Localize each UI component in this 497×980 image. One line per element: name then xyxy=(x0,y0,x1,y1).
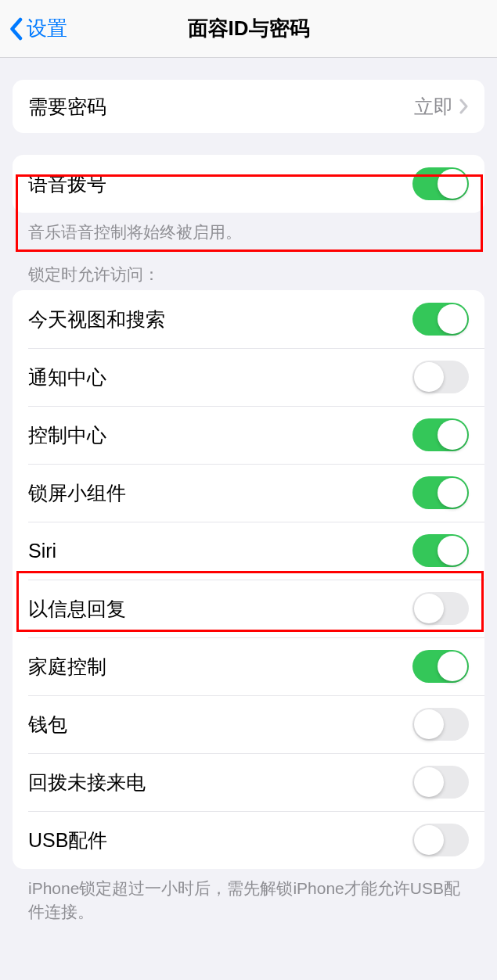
back-button[interactable]: 设置 xyxy=(8,15,67,42)
allow-access-label: 以信息回复 xyxy=(28,596,126,622)
row-right: 立即 xyxy=(414,94,469,120)
allow-access-toggle[interactable] xyxy=(412,592,469,625)
page-title: 面容ID与密码 xyxy=(188,15,310,42)
toggle-knob xyxy=(414,362,444,392)
allow-access-row: 家庭控制 xyxy=(13,637,484,695)
toggle-knob xyxy=(438,652,467,681)
allow-access-toggle[interactable] xyxy=(412,824,469,856)
allow-access-toggle[interactable] xyxy=(412,766,469,799)
allow-access-row: 通知中心 xyxy=(13,348,484,406)
require-passcode-label: 需要密码 xyxy=(28,94,106,120)
require-passcode-value: 立即 xyxy=(414,94,453,120)
allow-access-group: 今天视图和搜索通知中心控制中心锁屏小组件Siri以信息回复家庭控制钱包回拨未接来… xyxy=(13,290,484,869)
chevron-right-icon xyxy=(459,99,469,114)
toggle-knob xyxy=(414,767,444,797)
allow-access-toggle[interactable] xyxy=(412,534,469,567)
toggle-knob xyxy=(414,594,444,623)
toggle-knob xyxy=(438,536,467,565)
allow-access-row: USB配件 xyxy=(13,811,484,869)
toggle-knob xyxy=(438,169,467,199)
voice-dial-label: 语音拨号 xyxy=(28,171,106,197)
allow-access-label: 今天视图和搜索 xyxy=(28,307,165,332)
allow-access-toggle[interactable] xyxy=(412,418,469,451)
allow-access-label: 锁屏小组件 xyxy=(28,480,126,506)
allow-access-row: 钱包 xyxy=(13,695,484,753)
back-label: 设置 xyxy=(27,15,67,42)
usb-footer: iPhone锁定超过一小时后，需先解锁iPhone才能允许USB配件连接。 xyxy=(28,877,469,923)
toggle-knob xyxy=(438,420,467,450)
voice-dial-group: 语音拨号 xyxy=(13,155,484,213)
header-bar: 设置 面容ID与密码 xyxy=(0,0,497,58)
allow-access-toggle[interactable] xyxy=(412,708,469,741)
voice-dial-footer: 音乐语音控制将始终被启用。 xyxy=(28,221,469,243)
allow-access-label: 控制中心 xyxy=(28,422,106,448)
toggle-knob xyxy=(414,825,444,855)
allow-access-toggle[interactable] xyxy=(412,476,469,509)
toggle-knob xyxy=(438,304,467,334)
allow-access-label: 通知中心 xyxy=(28,364,106,390)
voice-dial-toggle[interactable] xyxy=(412,167,469,200)
allow-access-row: 回拨未接来电 xyxy=(13,753,484,811)
allow-access-label: 回拨未接来电 xyxy=(28,770,146,795)
require-passcode-row[interactable]: 需要密码 立即 xyxy=(13,80,484,133)
allow-access-header: 锁定时允许访问： xyxy=(28,264,469,285)
toggle-knob xyxy=(438,478,467,508)
allow-access-label: USB配件 xyxy=(28,827,107,853)
voice-dial-row: 语音拨号 xyxy=(13,155,484,213)
allow-access-row: 锁屏小组件 xyxy=(13,464,484,522)
allow-access-label: 家庭控制 xyxy=(28,654,106,680)
allow-access-toggle[interactable] xyxy=(412,361,469,393)
allow-access-row: 控制中心 xyxy=(13,406,484,464)
allow-access-row: 今天视图和搜索 xyxy=(13,290,484,348)
allow-access-toggle[interactable] xyxy=(412,650,469,683)
require-passcode-group: 需要密码 立即 xyxy=(13,80,484,133)
allow-access-label: Siri xyxy=(28,540,56,562)
allow-access-toggle[interactable] xyxy=(412,303,469,336)
allow-access-row: 以信息回复 xyxy=(13,580,484,637)
chevron-left-icon xyxy=(8,17,23,41)
allow-access-row: Siri xyxy=(13,522,484,580)
allow-access-label: 钱包 xyxy=(28,712,67,738)
toggle-knob xyxy=(414,709,444,739)
